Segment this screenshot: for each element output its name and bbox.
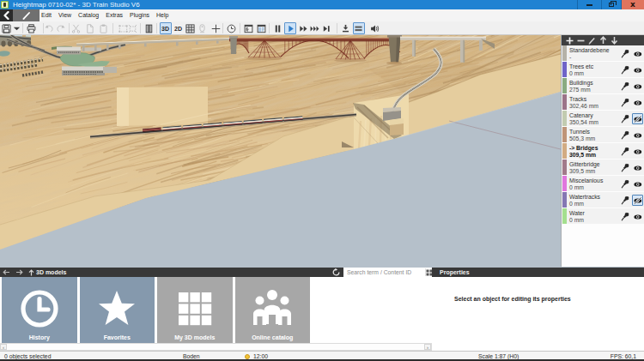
move-layer-down-button[interactable] [609, 35, 620, 45]
layer-visibility-button[interactable] [632, 146, 643, 157]
view-3d-button[interactable]: 3D [160, 22, 172, 34]
drop-to-ground-button[interactable] [339, 22, 351, 34]
tile-my-3d-models[interactable]: My 3D models [157, 277, 233, 343]
minimize-button[interactable] [577, 0, 601, 9]
layers-window-button[interactable] [143, 22, 155, 34]
play-button[interactable] [284, 22, 296, 34]
layer-visibility-button[interactable] [632, 113, 643, 124]
print-button[interactable] [26, 22, 38, 34]
layer-item-buildings[interactable]: Buildings275 mm [562, 78, 644, 94]
catalog-window-button[interactable] [242, 22, 254, 34]
grid-button[interactable] [184, 22, 196, 34]
redo-button[interactable] [54, 22, 66, 34]
eye-icon [634, 51, 642, 57]
layer-item-gitterbridge[interactable]: Gitterbridge309,5 mm [562, 159, 644, 176]
layer-item-standardebene[interactable]: Standardebene- [562, 45, 644, 62]
layer-height: 0 mm [569, 70, 584, 76]
add-object-button[interactable] [210, 22, 222, 34]
close-button[interactable]: x [621, 0, 644, 9]
layer-item-tunnels[interactable]: Tunnels505,3 mm [562, 127, 644, 143]
layer-visibility-button[interactable] [632, 97, 643, 108]
back-button[interactable] [0, 9, 13, 21]
tile-label: My 3D models [157, 334, 233, 340]
layer-pin-button[interactable] [621, 114, 629, 123]
layer-pin-button[interactable] [621, 98, 629, 107]
layer-pin-button[interactable] [621, 212, 629, 221]
layer-pin-button[interactable] [621, 130, 629, 140]
layer-pin-button[interactable] [621, 179, 629, 189]
layer-item-catenary[interactable]: Catenary350,54 mm [562, 111, 644, 127]
tile-favorites[interactable]: Favorites [80, 277, 155, 343]
fast-forward-3x-button[interactable] [309, 22, 321, 34]
undo-icon [45, 24, 54, 33]
toolbar-separator [337, 23, 337, 33]
event-window-button[interactable] [255, 22, 267, 34]
edit-mode-button[interactable] [13, 9, 39, 21]
layer-item-tracks[interactable]: Tracks302,46 mm [562, 94, 644, 111]
layer-height: 0 mm [569, 217, 584, 223]
view-2d-button[interactable]: 2D [173, 22, 185, 34]
menu-extras[interactable]: Extras [102, 9, 126, 21]
layer-item-bridges[interactable]: -> Bridges309,5 mm [562, 143, 644, 159]
layer-item-trees-etc[interactable]: Trees etc0 mm [562, 62, 644, 78]
viewport-3d[interactable]: Standardebene-Trees etc0 mmBuildings275 … [0, 35, 644, 268]
track-gradient-button[interactable] [353, 22, 365, 34]
menu-view[interactable]: View [55, 9, 75, 21]
layer-visibility-button[interactable] [632, 178, 643, 190]
cut-button[interactable] [70, 22, 82, 34]
layer-pin-button[interactable] [621, 49, 629, 58]
grid9-icon [157, 284, 233, 334]
menu-plugins[interactable]: Plugins [126, 9, 153, 21]
catalog-scrollbar[interactable]: ‹ › [0, 343, 432, 351]
pause-button[interactable] [272, 22, 284, 34]
scroll-left-arrow[interactable]: ‹ [0, 344, 7, 350]
layers-toolbar [562, 35, 644, 45]
sound-button[interactable] [368, 22, 380, 34]
play-icon [286, 24, 295, 33]
nav-back-icon[interactable] [3, 269, 10, 275]
add-layer-button[interactable] [564, 35, 575, 45]
layer-pin-button[interactable] [621, 147, 629, 156]
menu-help[interactable]: Help [153, 9, 172, 21]
menu-edit[interactable]: Edit [38, 9, 55, 21]
layer-pin-button[interactable] [621, 65, 629, 75]
move-layer-up-button[interactable] [598, 35, 609, 45]
layer-visibility-button[interactable] [632, 64, 643, 75]
remove-layer-button[interactable] [575, 35, 586, 45]
layer-item-water[interactable]: Water0 mm [562, 208, 644, 225]
layer-pin-button[interactable] [621, 81, 629, 91]
layer-height: 302,46 mm [569, 103, 598, 109]
layer-pin-button[interactable] [621, 163, 629, 172]
layer-name: Miscelanious [569, 177, 603, 184]
daytime-button[interactable] [226, 22, 238, 34]
nav-forward-icon[interactable] [15, 269, 23, 275]
skip-to-end-button[interactable] [320, 22, 332, 34]
toolbar-separator [22, 23, 23, 33]
layer-visibility-button[interactable] [632, 162, 643, 173]
scroll-right-arrow[interactable]: › [424, 344, 431, 350]
maximize-button[interactable] [601, 0, 621, 9]
layer-pin-button[interactable] [621, 196, 629, 205]
transform-button[interactable] [127, 22, 139, 34]
copy-button[interactable] [84, 22, 96, 34]
search-input[interactable] [343, 268, 425, 277]
menu-catalog[interactable]: Catalog [75, 9, 102, 21]
pencil-icon [22, 11, 31, 20]
fast-forward-button[interactable] [298, 22, 310, 34]
layer-visibility-button[interactable] [632, 195, 643, 206]
paste-button[interactable] [97, 22, 109, 34]
layer-visibility-button[interactable] [632, 48, 643, 59]
tile-online-catalog[interactable]: Online catalog [235, 277, 311, 343]
main-toolbar: 3D2D [0, 21, 644, 35]
refresh-button[interactable] [331, 268, 341, 277]
signals-button[interactable] [197, 22, 209, 34]
layer-visibility-button[interactable] [632, 81, 643, 92]
layer-visibility-button[interactable] [632, 211, 643, 222]
layer-item-watertracks[interactable]: Watertracks0 mm [562, 192, 644, 208]
tile-history[interactable]: History [2, 277, 77, 343]
layer-visibility-button[interactable] [632, 129, 643, 141]
save-menu-button[interactable] [10, 22, 22, 34]
nav-up-icon[interactable] [28, 269, 34, 276]
edit-layer-button[interactable] [586, 35, 598, 45]
layer-item-miscelanious[interactable]: Miscelanious0 mm [562, 176, 644, 192]
